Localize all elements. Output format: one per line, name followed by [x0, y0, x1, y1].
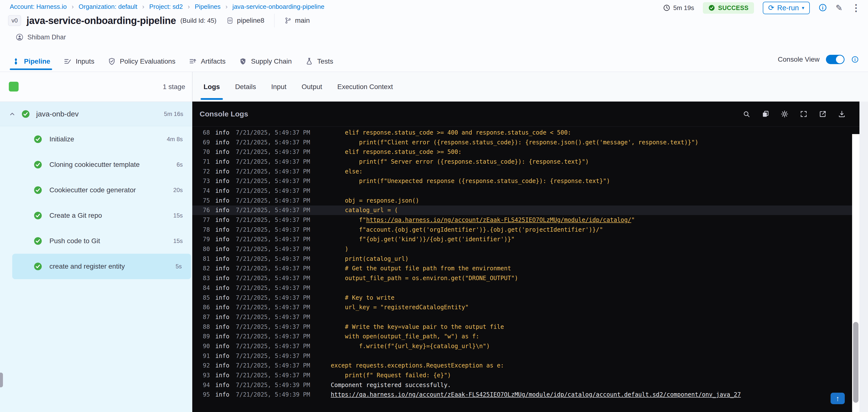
- log-timestamp: 7/21/2025, 5:49:37 PM: [236, 265, 313, 272]
- console-header: Console Logs: [192, 101, 860, 127]
- breadcrumb-link-project-sd2[interactable]: Project: sd2: [149, 3, 183, 10]
- success-check-icon: [34, 186, 42, 194]
- log-level: info: [215, 197, 231, 204]
- log-link[interactable]: https://qa.harness.io/ng/account/zEaak-F…: [366, 217, 631, 223]
- info-icon: [818, 3, 827, 12]
- log-timestamp: 7/21/2025, 5:49:37 PM: [236, 139, 313, 146]
- log-row: 76info7/21/2025, 5:49:37 PM catalog_url …: [192, 205, 852, 215]
- tab-supply-chain[interactable]: Supply Chain: [239, 57, 292, 66]
- fullscreen-icon[interactable]: [800, 110, 808, 118]
- info-icon[interactable]: [851, 55, 859, 64]
- log-text-segment: f"account.{obj.get('orgIdentifier')}.{ob…: [331, 226, 603, 233]
- divider: [274, 14, 275, 27]
- log-timestamp: 7/21/2025, 5:49:37 PM: [236, 294, 313, 301]
- log-row: 94info7/21/2025, 5:49:39 PMComponent reg…: [192, 380, 852, 390]
- breadcrumb-separator: ›: [72, 3, 74, 10]
- log-timestamp: 7/21/2025, 5:49:37 PM: [236, 236, 313, 243]
- log-level: info: [215, 343, 231, 350]
- chevron-up-icon[interactable]: [9, 110, 16, 118]
- log-timestamp: 7/21/2025, 5:49:39 PM: [236, 391, 313, 398]
- breadcrumb-link-pipelines[interactable]: Pipelines: [195, 3, 221, 10]
- tab-label: Pipeline: [24, 58, 50, 65]
- log-viewport: 68info7/21/2025, 5:49:37 PM elif respons…: [192, 128, 852, 412]
- settings-icon[interactable]: [781, 110, 788, 118]
- tab-inputs[interactable]: Inputs: [63, 57, 94, 66]
- log-text-segment: with open(output_file_path, "w") as f:: [331, 333, 479, 340]
- log-tab-output[interactable]: Output: [302, 83, 322, 91]
- log-tab-logs[interactable]: Logs: [204, 83, 220, 91]
- log-line-number: 92: [202, 362, 210, 369]
- search-icon[interactable]: [743, 110, 750, 118]
- log-row: 74info7/21/2025, 5:49:37 PM: [192, 186, 852, 196]
- console-scrollbar[interactable]: [852, 134, 860, 412]
- log-row: 86info7/21/2025, 5:49:37 PM url_key = "r…: [192, 303, 852, 312]
- log-line-number: 88: [202, 323, 210, 330]
- log-text: catalog_url = (: [331, 207, 398, 214]
- log-timestamp: 7/21/2025, 5:49:37 PM: [236, 197, 313, 204]
- download-icon[interactable]: [838, 110, 846, 118]
- breadcrumb-link-organization-default[interactable]: Organization: default: [79, 3, 137, 10]
- log-level: info: [215, 226, 231, 233]
- log-timestamp: 7/21/2025, 5:49:37 PM: [236, 149, 313, 155]
- log-row: 68info7/21/2025, 5:49:37 PM elif respons…: [192, 128, 852, 137]
- scrollbar-thumb[interactable]: [853, 322, 859, 403]
- step-push-code-to-git[interactable]: Push code to Git15s: [0, 228, 192, 254]
- log-timestamp: 7/21/2025, 5:49:37 PM: [236, 246, 313, 252]
- edit-icon: ✎: [836, 3, 843, 12]
- console-view-toggle[interactable]: [826, 55, 844, 64]
- breadcrumb-link-account-harness-io[interactable]: Account: Harness.io: [10, 3, 67, 10]
- log-text: f.write(f"{url_key}={catalog_url}\n"): [331, 343, 490, 350]
- scroll-to-bottom-button[interactable]: ↑: [831, 393, 845, 404]
- stage-row[interactable]: java-onb-dev 5m 16s: [0, 102, 192, 126]
- log-tab-input[interactable]: Input: [271, 83, 286, 91]
- log-text: f"https://qa.harness.io/ng/account/zEaak…: [331, 217, 635, 223]
- rerun-button[interactable]: ⟳ Re-run ▾: [763, 2, 810, 14]
- breadcrumb-separator: ›: [225, 3, 227, 10]
- log-line-number: 91: [202, 353, 210, 359]
- top-header: Account: Harness.io›Organization: defaul…: [0, 0, 868, 72]
- step-initialize[interactable]: Initialize4m 8s: [0, 126, 192, 152]
- log-row: 89info7/21/2025, 5:49:37 PM with open(ou…: [192, 331, 852, 341]
- log-text-segment: print(f" Server error ({response.status_…: [331, 158, 589, 165]
- console-title: Console Logs: [199, 110, 743, 118]
- tab-artifacts[interactable]: Artifacts: [189, 57, 225, 66]
- step-list: Initialize4m 8sCloning cookiecutter temp…: [0, 126, 192, 279]
- left-drawer-handle[interactable]: [0, 373, 3, 387]
- log-level: info: [215, 236, 231, 243]
- stage-count-label: 1 stage: [163, 72, 185, 101]
- log-timestamp: 7/21/2025, 5:49:37 PM: [236, 226, 313, 233]
- step-name: Initialize: [50, 135, 167, 143]
- step-cloning-cookiecutter-template[interactable]: Cloning cookiecutter template6s: [0, 152, 192, 178]
- more-options-button[interactable]: ⋮: [851, 2, 861, 13]
- log-level: info: [215, 391, 231, 398]
- log-row: 92info7/21/2025, 5:49:37 PMexcept reques…: [192, 361, 852, 371]
- log-line-number: 68: [202, 129, 210, 136]
- log-line-number: 72: [202, 168, 210, 175]
- tab-pipeline[interactable]: Pipeline: [12, 57, 50, 66]
- tab-tests[interactable]: Tests: [305, 57, 333, 66]
- step-create-and-register-entity[interactable]: create and register entity5s: [12, 254, 191, 279]
- log-timestamp: 7/21/2025, 5:49:37 PM: [236, 285, 313, 291]
- log-level: info: [215, 158, 231, 165]
- log-text: elif response.status_code >= 500:: [331, 149, 462, 155]
- log-tab-details[interactable]: Details: [235, 83, 256, 91]
- rerun-label: Re-run: [777, 4, 799, 12]
- tab-label: Inputs: [75, 58, 94, 65]
- log-line-number: 84: [202, 285, 210, 291]
- log-line-number: 83: [202, 275, 210, 282]
- log-row: 95info7/21/2025, 5:49:39 PMhttps://qa.ha…: [192, 390, 852, 400]
- log-text: ): [331, 246, 348, 252]
- edit-pipeline-button[interactable]: ✎: [836, 3, 843, 13]
- step-cookiecutter-code-generator[interactable]: Cookiecutter code generator20s: [0, 178, 192, 203]
- log-tab-execution-context[interactable]: Execution Context: [337, 83, 393, 91]
- copy-icon[interactable]: [762, 110, 769, 118]
- version-badge: v0: [8, 15, 21, 26]
- info-button[interactable]: [818, 3, 827, 12]
- open-in-new-icon[interactable]: [819, 110, 827, 118]
- step-create-a-git-repo[interactable]: Create a Git repo15s: [0, 203, 192, 228]
- breadcrumb-link-java-service-onboarding-pipeline[interactable]: java-service-onboarding-pipeline: [232, 3, 324, 10]
- stage-duration: 5m 16s: [164, 110, 183, 118]
- main-tab-bar: PipelineInputsPolicy EvaluationsArtifact…: [12, 52, 333, 71]
- tab-policy-evaluations[interactable]: Policy Evaluations: [107, 57, 176, 66]
- log-link[interactable]: https://qa.harness.io/ng/account/zEaak-F…: [331, 391, 741, 398]
